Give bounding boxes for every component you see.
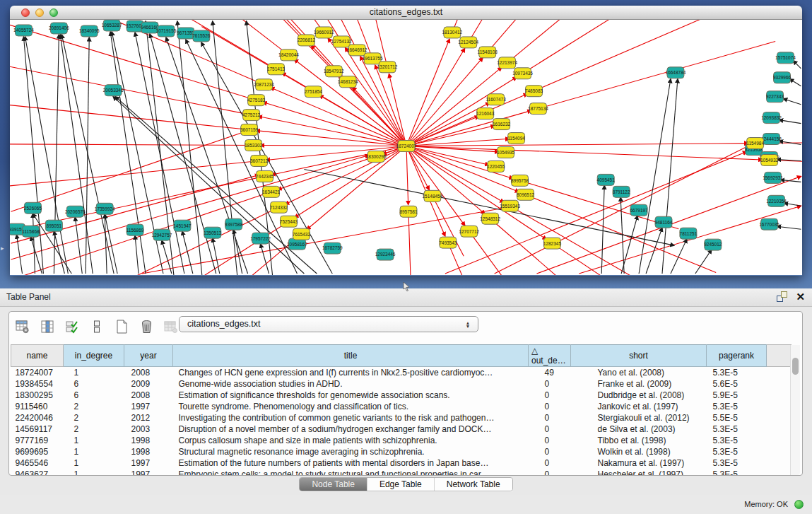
dropdown-spinner-icon: ▲▼ [464, 317, 472, 332]
graph-node-label: 17957222 [250, 236, 271, 241]
graph-edge [406, 48, 465, 146]
column-header-title[interactable]: title [173, 345, 529, 367]
table-scrollbar[interactable] [790, 345, 800, 475]
graph-edge [406, 67, 502, 146]
graph-node-label: 1054935 [497, 150, 515, 155]
graph-node-label: 8096512 [517, 192, 535, 197]
window-titlebar[interactable]: citations_edges.txt [10, 6, 802, 20]
graph-node-label: 3607159 [240, 127, 259, 132]
column-header-year[interactable]: year [124, 345, 173, 367]
graph-node-label: 7442345 [256, 174, 274, 179]
close-panel-icon[interactable]: ✕ [796, 291, 805, 302]
graph-edge [110, 32, 146, 274]
panel-collapse-arrow-icon[interactable]: ▸ [1, 245, 4, 252]
graph-edge [779, 120, 801, 124]
network-canvas[interactable]: 1872400714055724208914061834009510653287… [10, 20, 802, 275]
minimize-window-icon[interactable] [35, 8, 44, 17]
graph-node-label: 8995758 [511, 178, 529, 183]
graph-edge [579, 206, 801, 274]
graph-node-label: 18420044 [278, 52, 299, 57]
table-row[interactable]: 911546021997Tourette syndrome. Phenomeno… [11, 401, 792, 412]
graph-node-label: 1220455 [487, 164, 505, 169]
new-table-icon[interactable] [112, 317, 131, 337]
graph-node-label: 1156869 [126, 228, 144, 233]
graph-edge [777, 226, 801, 229]
row-height-icon[interactable] [88, 317, 106, 337]
graph-node-label: 1634421 [262, 189, 281, 194]
graph-edge [538, 42, 775, 109]
table-row[interactable]: 1830029562008Estimation of significance … [11, 390, 792, 401]
graph-edge [406, 146, 763, 160]
graph-node-label: 20206576 [65, 209, 86, 214]
graph-node-label: 9227343 [766, 94, 784, 99]
graph-node-label: 1616232 [493, 122, 511, 127]
network-canvas-container: 1872400714055724208914061834009510653287… [10, 20, 802, 275]
graph-node-label: 13201712 [377, 64, 398, 69]
graph-node-label: 7525443 [280, 219, 298, 224]
tab-node-table[interactable]: Node Table [300, 478, 367, 491]
table-row[interactable]: 977716911998Corpus callosum shape and si… [11, 435, 792, 446]
graph-edge [30, 237, 42, 274]
graph-edge [789, 79, 801, 86]
memory-ok-indicator[interactable] [794, 500, 804, 509]
column-header-in_degree[interactable]: in_degree [64, 345, 124, 367]
graph-node-label: 10719155 [156, 28, 177, 33]
graph-node-label: 20053346 [103, 88, 124, 93]
table-row[interactable]: 1938455462009Genome-wide association stu… [11, 378, 792, 390]
close-window-icon[interactable] [21, 8, 30, 17]
graph-node-label: 16646912 [347, 47, 367, 52]
column-header-name[interactable]: name [11, 345, 64, 367]
tab-edge-table[interactable]: Edge Table [367, 478, 434, 491]
select-all-rows-icon[interactable] [63, 317, 81, 337]
traffic-lights [21, 8, 58, 17]
graph-edge [406, 77, 517, 146]
zoom-window-icon[interactable] [49, 8, 58, 17]
table-row[interactable]: 2242004622012Investigating the contribut… [11, 412, 792, 424]
graph-node-label: 7615432 [293, 232, 311, 237]
graph-edge [389, 74, 406, 146]
column-visibility-icon[interactable] [38, 317, 57, 337]
graph-node-label: 1154094 [507, 136, 525, 141]
graph-edge [646, 228, 662, 274]
delete-table-icon[interactable] [137, 317, 155, 337]
graph-node-label: 12942757 [152, 233, 172, 238]
graph-node-label: 16782759 [322, 245, 343, 250]
column-header-short[interactable]: short [571, 345, 707, 367]
table-settings-icon[interactable] [13, 317, 32, 337]
graph-node-label: 10958167 [287, 242, 307, 247]
window-title: citations_edges.txt [10, 6, 802, 19]
graph-edge [115, 97, 317, 274]
table-row[interactable]: 946554611997Estimation of the future num… [11, 457, 792, 469]
graph-edge [488, 20, 649, 52]
graph-edge [523, 20, 755, 74]
column-header-pagerank[interactable]: pagerank [707, 345, 767, 367]
graph-node-label: 18130412 [442, 30, 462, 35]
table-tabs: Node TableEdge TableNetwork Table [0, 477, 812, 491]
table-selector-dropdown[interactable]: citations_edges.txt ▲▼ [179, 316, 478, 332]
graph-node-label: 4275212 [242, 112, 261, 117]
graph-node-label: 12093832 [761, 115, 782, 120]
graph-node-label: 12444158 [761, 136, 782, 141]
graph-node-label: 1451947 [173, 223, 192, 228]
graph-node-label: 4095451 [597, 177, 616, 182]
graph-node-label: 7615526 [192, 33, 211, 38]
graph-edge [258, 117, 406, 146]
table-row[interactable]: 969969511998Structural magnetic resonanc… [11, 446, 792, 457]
graph-node-label: 12213974 [497, 60, 517, 65]
tab-network-table[interactable]: Network Table [434, 478, 512, 491]
graph-node-label: 12707712 [459, 229, 479, 234]
float-panel-icon[interactable] [777, 291, 787, 302]
column-header-out_de[interactable]: △ out_de… [529, 345, 571, 367]
table-scrollbar-thumb[interactable] [792, 358, 799, 375]
graph-node-label: 14681234 [338, 79, 358, 84]
graph-node-label: 895051 [47, 223, 62, 228]
graph-edge [10, 160, 259, 196]
graph-edge [285, 146, 406, 204]
table-row[interactable]: 1872400712008Changes of HCN gene express… [11, 367, 792, 378]
network-desktop: ▸ citations_edges.txt 1 [0, 0, 812, 288]
table-row[interactable]: 1456911722003Disruption of a novel membe… [11, 424, 792, 435]
table-row[interactable]: 946362711997Embryonic stem cells: a mode… [11, 469, 792, 476]
graph-edge [784, 99, 801, 105]
import-table-icon[interactable] [162, 317, 180, 337]
graph-edge [534, 20, 763, 91]
